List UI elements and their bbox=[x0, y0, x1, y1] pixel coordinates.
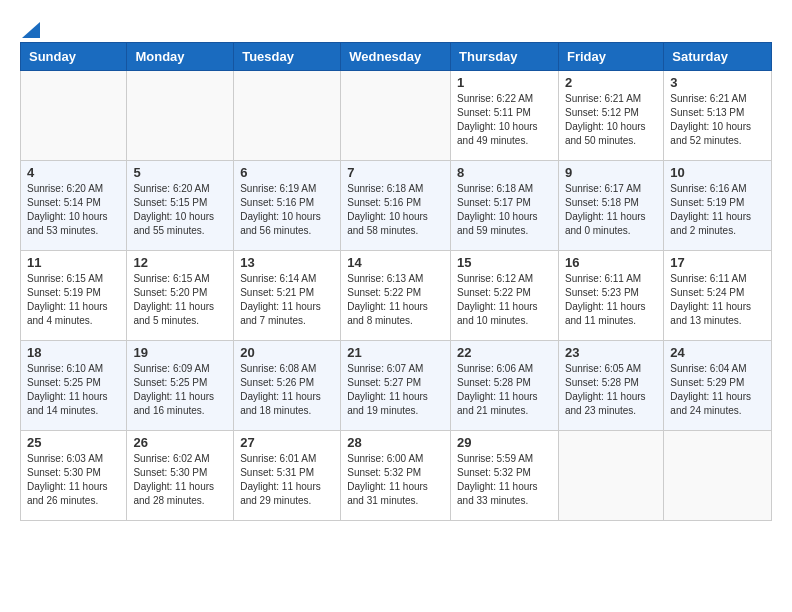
calendar-week-row: 11Sunrise: 6:15 AM Sunset: 5:19 PM Dayli… bbox=[21, 251, 772, 341]
calendar-header-row: SundayMondayTuesdayWednesdayThursdayFrid… bbox=[21, 43, 772, 71]
calendar-day-cell: 2Sunrise: 6:21 AM Sunset: 5:12 PM Daylig… bbox=[558, 71, 663, 161]
day-info: Sunrise: 6:16 AM Sunset: 5:19 PM Dayligh… bbox=[670, 182, 765, 238]
calendar-week-row: 25Sunrise: 6:03 AM Sunset: 5:30 PM Dayli… bbox=[21, 431, 772, 521]
day-number: 13 bbox=[240, 255, 334, 270]
calendar-day-cell bbox=[21, 71, 127, 161]
calendar-day-cell: 6Sunrise: 6:19 AM Sunset: 5:16 PM Daylig… bbox=[234, 161, 341, 251]
day-number: 19 bbox=[133, 345, 227, 360]
day-number: 15 bbox=[457, 255, 552, 270]
calendar-day-cell bbox=[234, 71, 341, 161]
logo bbox=[20, 20, 40, 32]
day-info: Sunrise: 6:20 AM Sunset: 5:14 PM Dayligh… bbox=[27, 182, 120, 238]
day-number: 28 bbox=[347, 435, 444, 450]
day-number: 20 bbox=[240, 345, 334, 360]
calendar-day-cell: 23Sunrise: 6:05 AM Sunset: 5:28 PM Dayli… bbox=[558, 341, 663, 431]
calendar-day-cell: 8Sunrise: 6:18 AM Sunset: 5:17 PM Daylig… bbox=[451, 161, 559, 251]
calendar-day-cell: 16Sunrise: 6:11 AM Sunset: 5:23 PM Dayli… bbox=[558, 251, 663, 341]
day-info: Sunrise: 6:14 AM Sunset: 5:21 PM Dayligh… bbox=[240, 272, 334, 328]
calendar-day-cell: 12Sunrise: 6:15 AM Sunset: 5:20 PM Dayli… bbox=[127, 251, 234, 341]
day-info: Sunrise: 6:05 AM Sunset: 5:28 PM Dayligh… bbox=[565, 362, 657, 418]
day-info: Sunrise: 6:21 AM Sunset: 5:12 PM Dayligh… bbox=[565, 92, 657, 148]
calendar-day-cell: 5Sunrise: 6:20 AM Sunset: 5:15 PM Daylig… bbox=[127, 161, 234, 251]
calendar-day-cell: 14Sunrise: 6:13 AM Sunset: 5:22 PM Dayli… bbox=[341, 251, 451, 341]
day-info: Sunrise: 6:03 AM Sunset: 5:30 PM Dayligh… bbox=[27, 452, 120, 508]
page-header bbox=[20, 20, 772, 32]
day-number: 29 bbox=[457, 435, 552, 450]
day-number: 11 bbox=[27, 255, 120, 270]
day-number: 25 bbox=[27, 435, 120, 450]
day-info: Sunrise: 6:11 AM Sunset: 5:23 PM Dayligh… bbox=[565, 272, 657, 328]
calendar-table: SundayMondayTuesdayWednesdayThursdayFrid… bbox=[20, 42, 772, 521]
day-number: 14 bbox=[347, 255, 444, 270]
calendar-header-thursday: Thursday bbox=[451, 43, 559, 71]
day-number: 12 bbox=[133, 255, 227, 270]
day-info: Sunrise: 6:08 AM Sunset: 5:26 PM Dayligh… bbox=[240, 362, 334, 418]
day-info: Sunrise: 6:15 AM Sunset: 5:19 PM Dayligh… bbox=[27, 272, 120, 328]
day-number: 9 bbox=[565, 165, 657, 180]
calendar-header-sunday: Sunday bbox=[21, 43, 127, 71]
day-info: Sunrise: 6:18 AM Sunset: 5:17 PM Dayligh… bbox=[457, 182, 552, 238]
day-info: Sunrise: 6:06 AM Sunset: 5:28 PM Dayligh… bbox=[457, 362, 552, 418]
svg-marker-0 bbox=[22, 22, 40, 38]
day-info: Sunrise: 5:59 AM Sunset: 5:32 PM Dayligh… bbox=[457, 452, 552, 508]
calendar-day-cell: 10Sunrise: 6:16 AM Sunset: 5:19 PM Dayli… bbox=[664, 161, 772, 251]
day-number: 17 bbox=[670, 255, 765, 270]
calendar-day-cell bbox=[664, 431, 772, 521]
calendar-day-cell: 18Sunrise: 6:10 AM Sunset: 5:25 PM Dayli… bbox=[21, 341, 127, 431]
calendar-week-row: 18Sunrise: 6:10 AM Sunset: 5:25 PM Dayli… bbox=[21, 341, 772, 431]
day-info: Sunrise: 6:22 AM Sunset: 5:11 PM Dayligh… bbox=[457, 92, 552, 148]
calendar-day-cell: 25Sunrise: 6:03 AM Sunset: 5:30 PM Dayli… bbox=[21, 431, 127, 521]
day-info: Sunrise: 6:00 AM Sunset: 5:32 PM Dayligh… bbox=[347, 452, 444, 508]
day-info: Sunrise: 6:21 AM Sunset: 5:13 PM Dayligh… bbox=[670, 92, 765, 148]
day-number: 22 bbox=[457, 345, 552, 360]
calendar-day-cell: 7Sunrise: 6:18 AM Sunset: 5:16 PM Daylig… bbox=[341, 161, 451, 251]
day-number: 23 bbox=[565, 345, 657, 360]
calendar-day-cell: 9Sunrise: 6:17 AM Sunset: 5:18 PM Daylig… bbox=[558, 161, 663, 251]
day-number: 21 bbox=[347, 345, 444, 360]
calendar-day-cell bbox=[341, 71, 451, 161]
calendar-day-cell: 29Sunrise: 5:59 AM Sunset: 5:32 PM Dayli… bbox=[451, 431, 559, 521]
day-number: 4 bbox=[27, 165, 120, 180]
calendar-day-cell: 1Sunrise: 6:22 AM Sunset: 5:11 PM Daylig… bbox=[451, 71, 559, 161]
calendar-day-cell: 11Sunrise: 6:15 AM Sunset: 5:19 PM Dayli… bbox=[21, 251, 127, 341]
calendar-header-saturday: Saturday bbox=[664, 43, 772, 71]
day-number: 16 bbox=[565, 255, 657, 270]
day-info: Sunrise: 6:07 AM Sunset: 5:27 PM Dayligh… bbox=[347, 362, 444, 418]
calendar-week-row: 1Sunrise: 6:22 AM Sunset: 5:11 PM Daylig… bbox=[21, 71, 772, 161]
calendar-week-row: 4Sunrise: 6:20 AM Sunset: 5:14 PM Daylig… bbox=[21, 161, 772, 251]
calendar-day-cell bbox=[127, 71, 234, 161]
day-info: Sunrise: 6:20 AM Sunset: 5:15 PM Dayligh… bbox=[133, 182, 227, 238]
day-info: Sunrise: 6:02 AM Sunset: 5:30 PM Dayligh… bbox=[133, 452, 227, 508]
calendar-day-cell: 26Sunrise: 6:02 AM Sunset: 5:30 PM Dayli… bbox=[127, 431, 234, 521]
day-info: Sunrise: 6:19 AM Sunset: 5:16 PM Dayligh… bbox=[240, 182, 334, 238]
day-number: 1 bbox=[457, 75, 552, 90]
day-number: 5 bbox=[133, 165, 227, 180]
day-number: 7 bbox=[347, 165, 444, 180]
calendar-day-cell: 3Sunrise: 6:21 AM Sunset: 5:13 PM Daylig… bbox=[664, 71, 772, 161]
day-number: 8 bbox=[457, 165, 552, 180]
day-number: 26 bbox=[133, 435, 227, 450]
day-number: 24 bbox=[670, 345, 765, 360]
calendar-day-cell: 28Sunrise: 6:00 AM Sunset: 5:32 PM Dayli… bbox=[341, 431, 451, 521]
day-info: Sunrise: 6:15 AM Sunset: 5:20 PM Dayligh… bbox=[133, 272, 227, 328]
day-info: Sunrise: 6:11 AM Sunset: 5:24 PM Dayligh… bbox=[670, 272, 765, 328]
calendar-day-cell: 4Sunrise: 6:20 AM Sunset: 5:14 PM Daylig… bbox=[21, 161, 127, 251]
calendar-header-friday: Friday bbox=[558, 43, 663, 71]
day-info: Sunrise: 6:13 AM Sunset: 5:22 PM Dayligh… bbox=[347, 272, 444, 328]
calendar-day-cell: 20Sunrise: 6:08 AM Sunset: 5:26 PM Dayli… bbox=[234, 341, 341, 431]
calendar-header-wednesday: Wednesday bbox=[341, 43, 451, 71]
day-info: Sunrise: 6:12 AM Sunset: 5:22 PM Dayligh… bbox=[457, 272, 552, 328]
day-number: 2 bbox=[565, 75, 657, 90]
day-number: 18 bbox=[27, 345, 120, 360]
day-info: Sunrise: 6:09 AM Sunset: 5:25 PM Dayligh… bbox=[133, 362, 227, 418]
day-number: 27 bbox=[240, 435, 334, 450]
day-number: 10 bbox=[670, 165, 765, 180]
day-info: Sunrise: 6:17 AM Sunset: 5:18 PM Dayligh… bbox=[565, 182, 657, 238]
day-number: 3 bbox=[670, 75, 765, 90]
day-number: 6 bbox=[240, 165, 334, 180]
day-info: Sunrise: 6:10 AM Sunset: 5:25 PM Dayligh… bbox=[27, 362, 120, 418]
day-info: Sunrise: 6:01 AM Sunset: 5:31 PM Dayligh… bbox=[240, 452, 334, 508]
calendar-day-cell: 13Sunrise: 6:14 AM Sunset: 5:21 PM Dayli… bbox=[234, 251, 341, 341]
calendar-day-cell: 15Sunrise: 6:12 AM Sunset: 5:22 PM Dayli… bbox=[451, 251, 559, 341]
calendar-day-cell: 27Sunrise: 6:01 AM Sunset: 5:31 PM Dayli… bbox=[234, 431, 341, 521]
